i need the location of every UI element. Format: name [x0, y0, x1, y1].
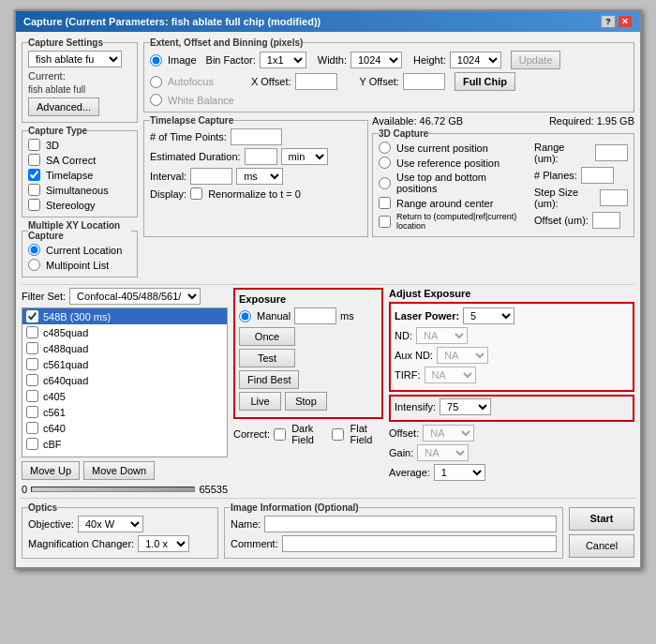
estimated-input[interactable]: 5 — [245, 148, 277, 165]
nd-select[interactable]: NA — [416, 327, 468, 344]
tirf-select[interactable]: NA — [425, 367, 476, 383]
objective-select[interactable]: 40x W — [78, 516, 143, 532]
filter-checkbox[interactable] — [26, 406, 38, 418]
range-input[interactable]: 1 — [595, 144, 628, 161]
start-button[interactable]: Start — [569, 507, 634, 531]
intensify-label: Intensify: — [395, 401, 436, 412]
width-select[interactable]: 1024 — [350, 52, 402, 68]
laser-power-select[interactable]: 5 — [463, 307, 514, 324]
filter-checkbox[interactable] — [26, 422, 38, 434]
move-down-button[interactable]: Move Down — [83, 461, 155, 480]
action-buttons-panel: Start Cancel — [569, 502, 634, 562]
advanced-button[interactable]: Advanced... — [28, 97, 99, 116]
offset-param-select[interactable]: NA — [423, 425, 474, 442]
filter-checkbox[interactable] — [26, 310, 38, 322]
filter-checkbox[interactable] — [26, 438, 38, 450]
return-label: Return to (computed|ref|current) locatio… — [396, 212, 529, 231]
filter-checkbox[interactable] — [26, 358, 38, 370]
stop-button[interactable]: Stop — [285, 392, 327, 411]
update-button[interactable]: Update — [511, 51, 560, 69]
planes-input[interactable]: 1 — [581, 167, 614, 184]
average-select[interactable]: 1 — [434, 464, 485, 481]
planes-row: # Planes: 1 — [534, 167, 628, 184]
sa-correct-checkbox[interactable] — [28, 154, 40, 166]
image-radio[interactable] — [150, 54, 162, 67]
once-button[interactable]: Once — [239, 327, 295, 346]
simultaneous-checkbox[interactable] — [28, 184, 40, 196]
comment-input[interactable] — [282, 535, 557, 552]
interval-unit-select[interactable]: ms — [236, 168, 283, 185]
name-label: Name: — [231, 518, 261, 530]
bin-factor-select[interactable]: 1x1 — [260, 52, 306, 68]
range-center-checkbox[interactable] — [379, 197, 391, 209]
filter-list-item[interactable]: c640 — [22, 420, 227, 436]
filter-list-item[interactable]: c405 — [22, 388, 227, 404]
range-center-label: Range around center — [396, 198, 493, 209]
renorm-checkbox[interactable] — [190, 187, 202, 200]
average-label: Average: — [389, 467, 430, 478]
white-balance-radio[interactable] — [150, 94, 162, 106]
stereology-checkbox[interactable] — [28, 199, 40, 211]
step-size-input[interactable]: 0.5 — [600, 189, 628, 206]
height-select[interactable]: 1024 — [450, 52, 501, 68]
filter-checkbox[interactable] — [26, 342, 38, 354]
gain-select[interactable]: NA — [417, 444, 469, 461]
interval-row: Interval: 200 ms — [150, 168, 362, 185]
xoffset-input[interactable]: 0 — [295, 73, 337, 90]
filter-checkbox[interactable] — [26, 326, 38, 338]
filter-set-select[interactable]: Confocal-405/488/561/64 — [69, 288, 201, 305]
find-best-button[interactable]: Find Best — [239, 370, 299, 389]
use-current-radio[interactable] — [379, 142, 391, 154]
timelapse-checkbox[interactable] — [28, 169, 40, 181]
offset-input[interactable]: 0 — [592, 212, 620, 229]
tirf-label: TIRF: — [395, 369, 421, 381]
mag-select[interactable]: 1.0 x — [138, 535, 189, 552]
interval-label: Interval: — [150, 171, 186, 182]
multipoint-radio[interactable] — [28, 259, 40, 271]
filter-list-item[interactable]: c640quad — [22, 372, 227, 388]
estimated-unit-select[interactable]: min — [281, 148, 328, 165]
help-button[interactable]: ? — [601, 15, 616, 28]
width-label: Width: — [318, 54, 347, 66]
slider-track[interactable] — [31, 487, 195, 492]
filter-list-item[interactable]: c561 — [22, 404, 227, 420]
autofocus-radio[interactable] — [150, 76, 162, 88]
time-points-input[interactable]: 1000 — [231, 128, 282, 145]
filter-checkbox[interactable] — [26, 390, 38, 402]
full-chip-button[interactable]: Full Chip — [455, 72, 515, 91]
manual-radio[interactable] — [239, 310, 251, 322]
3d-checkbox[interactable] — [28, 139, 40, 151]
timelapse-group: Timelapse Capture # of Time Points: 1000… — [143, 115, 368, 237]
dark-field-checkbox[interactable] — [274, 428, 286, 441]
yoffset-input[interactable]: 0 — [403, 73, 445, 90]
return-checkbox[interactable] — [379, 216, 391, 228]
interval-input[interactable]: 200 — [190, 168, 232, 185]
preset-select[interactable]: fish ablate fu — [28, 51, 122, 67]
use-reference-radio[interactable] — [379, 157, 391, 169]
manual-value-input[interactable]: 300 — [294, 307, 336, 324]
manual-label: Manual — [257, 310, 291, 322]
close-button[interactable]: ✕ — [618, 15, 633, 28]
test-button[interactable]: Test — [239, 349, 295, 367]
filter-list-item[interactable]: cBF — [22, 436, 227, 452]
filter-list-item[interactable]: c561quad — [22, 356, 227, 372]
flat-field-checkbox[interactable] — [332, 428, 344, 441]
filter-checkbox[interactable] — [26, 374, 38, 386]
filter-list-item[interactable]: 548B (300 ms) — [22, 308, 227, 324]
title-bar: Capture (Current Parameters: fish ablate… — [16, 11, 640, 32]
use-reference-label: Use reference position — [396, 157, 499, 169]
current-location-radio[interactable] — [28, 244, 40, 256]
intensify-select[interactable]: 75 — [440, 398, 491, 415]
filter-list-item[interactable]: c488quad — [22, 340, 227, 356]
use-top-bottom-radio[interactable] — [379, 177, 391, 189]
capture-type-label: Capture Type — [28, 126, 87, 136]
aux-nd-select[interactable]: NA — [437, 347, 488, 364]
offset-param-row: Offset: NA — [389, 425, 634, 442]
name-input[interactable] — [264, 516, 557, 532]
live-button[interactable]: Live — [239, 392, 281, 411]
filter-list-item[interactable]: c485quad — [22, 324, 227, 340]
filter-name: c640 — [43, 423, 66, 434]
move-up-button[interactable]: Move Up — [22, 461, 80, 480]
cancel-button[interactable]: Cancel — [569, 534, 634, 558]
exposure-group: Exposure Manual 300 ms Once Test Find — [233, 288, 383, 419]
